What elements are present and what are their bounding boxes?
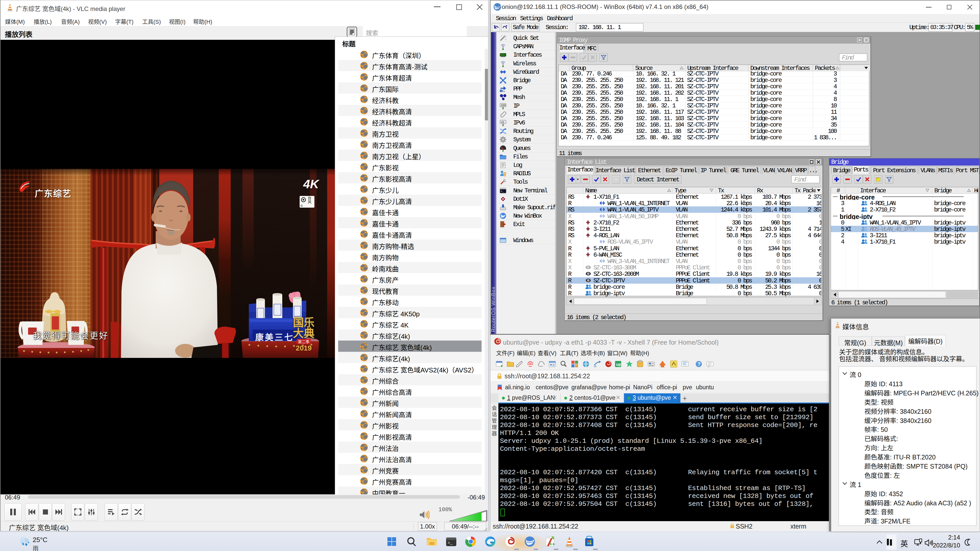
svg-text:>_: >_ [448, 541, 453, 545]
svg-text:++: ++ [549, 541, 555, 547]
svg-text:up: up [616, 362, 621, 367]
svg-text:+: + [501, 364, 503, 368]
svg-text:255: 255 [501, 104, 506, 107]
svg-text:?: ? [697, 361, 700, 367]
svg-text:>_: >_ [501, 190, 504, 193]
svg-text:v6: v6 [501, 121, 504, 124]
